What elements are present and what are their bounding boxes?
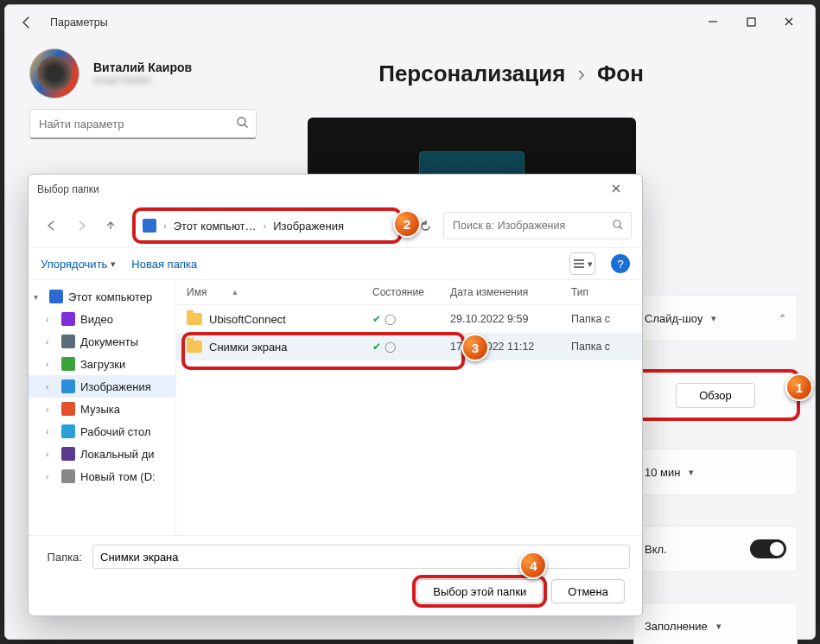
view-mode-button[interactable]: ▾ — [569, 252, 595, 275]
desktop-icon — [61, 424, 75, 438]
settings-window: Параметры Виталий Каиров email hidden Пе… — [4, 4, 816, 640]
interval-value: 10 мин — [645, 466, 680, 479]
search-input[interactable] — [37, 117, 236, 131]
chevron-down-icon: ▾ — [588, 258, 593, 270]
dialog-titlebar: Выбор папки — [29, 175, 642, 204]
browse-card-wrapper: Обзор 1 — [633, 372, 798, 418]
tree-item-video[interactable]: ›Видео — [29, 308, 175, 330]
nav-back-button[interactable] — [39, 213, 65, 239]
browse-card: Обзор — [633, 372, 798, 418]
documents-icon — [61, 335, 75, 348]
folder-tree[interactable]: ▾Этот компьютер ›Видео ›Документы ›Загру… — [29, 280, 176, 535]
toggle-switch[interactable] — [750, 539, 786, 558]
tree-item-desktop[interactable]: ›Рабочий стол — [29, 420, 175, 443]
tree-item-images[interactable]: ›Изображения — [29, 375, 175, 398]
mode-value: Слайд-шоу — [645, 312, 702, 325]
chevron-right-icon: › — [46, 405, 56, 414]
col-date[interactable]: Дата изменения — [450, 286, 571, 298]
browse-button[interactable]: Обзор — [676, 383, 755, 408]
music-icon — [61, 402, 75, 416]
nav-up-button[interactable] — [98, 213, 124, 239]
help-icon: ? — [617, 258, 623, 271]
dialog-close-button[interactable] — [599, 176, 633, 202]
window-close-button[interactable] — [770, 8, 808, 37]
chevron-right-icon: › — [46, 472, 56, 481]
tree-item-documents[interactable]: ›Документы — [29, 330, 175, 353]
file-list-header[interactable]: Имя▲ Состояние Дата изменения Тип — [176, 280, 642, 305]
chevron-right-icon: › — [46, 427, 56, 437]
tree-item-this-pc[interactable]: ▾Этот компьютер — [29, 285, 175, 308]
dialog-search-input[interactable] — [451, 219, 612, 233]
breadcrumb-section[interactable]: Персонализация — [378, 61, 565, 87]
images-icon — [61, 379, 75, 393]
close-icon — [784, 16, 794, 29]
tree-item-music[interactable]: ›Музыка — [29, 398, 175, 420]
organize-menu[interactable]: Упорядочить ▾ — [41, 258, 116, 271]
background-settings: Слайд-шоу ▾ ⌃ Обзор 1 10 мин ▾ Вкл. Запо… — [633, 295, 798, 644]
window-titlebar: Параметры — [5, 5, 815, 40]
back-button[interactable] — [12, 8, 41, 37]
help-button[interactable]: ? — [611, 254, 630, 273]
col-type[interactable]: Тип — [571, 286, 632, 298]
folder-picker-dialog: Выбор папки › Этот компьют… › Изображени… — [28, 174, 643, 616]
pc-icon — [143, 219, 156, 233]
drive-icon — [61, 447, 75, 461]
profile-block[interactable]: Виталий Каиров email hidden — [93, 61, 192, 86]
nav-forward-button[interactable] — [68, 213, 94, 239]
crumb-leaf[interactable]: Изображения — [273, 220, 344, 233]
col-state[interactable]: Состояние — [372, 286, 450, 298]
avatar[interactable] — [29, 48, 79, 99]
profile-name: Виталий Каиров — [93, 61, 192, 74]
callout-4: 4 — [519, 552, 547, 579]
chevron-right-icon: › — [46, 360, 56, 369]
chevron-up-icon[interactable]: ⌃ — [779, 313, 786, 324]
dialog-search[interactable] — [443, 212, 632, 239]
fit-dropdown[interactable]: Заполнение ▾ — [645, 620, 721, 633]
fit-value: Заполнение — [645, 620, 708, 633]
drive-icon — [61, 469, 75, 483]
mode-card: Слайд-шоу ▾ ⌃ — [633, 295, 798, 341]
file-row[interactable]: UbisoftConnect ✔ ◯ 29.10.2022 9:59 Папка… — [176, 305, 642, 333]
tree-item-downloads[interactable]: ›Загрузки — [29, 353, 175, 375]
file-list: Имя▲ Состояние Дата изменения Тип Ubisof… — [176, 280, 642, 535]
cancel-button[interactable]: Отмена — [551, 579, 625, 603]
folder-icon — [187, 313, 202, 325]
choose-folder-button[interactable]: Выбор этой папки — [416, 579, 543, 603]
toggle-card: Вкл. — [633, 526, 798, 572]
fit-card: Заполнение ▾ — [633, 603, 798, 644]
dialog-body: ▾Этот компьютер ›Видео ›Документы ›Загру… — [29, 280, 642, 535]
close-icon — [611, 183, 621, 196]
chevron-down-icon: ▾ — [34, 292, 44, 302]
window-maximize-button[interactable] — [732, 8, 770, 37]
tree-item-new-volume[interactable]: ›Новый том (D: — [29, 465, 175, 488]
dialog-button-row: Выбор этой папки 4 Отмена — [41, 579, 630, 603]
new-folder-button[interactable]: Новая папка — [131, 258, 197, 271]
chevron-down-icon: ▾ — [716, 621, 721, 632]
file-row[interactable]: Снимки экрана ✔ ◯ 17.12.2022 11:12 Папка… — [176, 333, 642, 360]
chevron-right-icon: › — [46, 382, 56, 392]
interval-card: 10 мин ▾ — [633, 449, 798, 495]
search-icon — [612, 219, 624, 233]
sort-asc-icon: ▲ — [231, 288, 238, 296]
svg-point-1 — [238, 118, 245, 125]
interval-dropdown[interactable]: 10 мин ▾ — [645, 466, 694, 479]
callout-1: 1 — [785, 373, 813, 401]
folder-icon — [187, 341, 202, 353]
col-name[interactable]: Имя — [187, 286, 207, 298]
breadcrumb: Персонализация › Фон — [378, 61, 644, 87]
sync-ok-icon: ✔ ◯ — [372, 313, 450, 325]
mode-dropdown[interactable]: Слайд-шоу ▾ — [645, 312, 716, 325]
arrow-left-icon — [20, 16, 34, 29]
chevron-down-icon: ▾ — [711, 313, 716, 324]
callout-2: 2 — [393, 210, 421, 238]
path-crumbs[interactable]: › Этот компьют… › Изображения — [132, 207, 402, 244]
folder-input[interactable] — [92, 545, 630, 569]
minimize-icon — [708, 16, 718, 29]
callout-3: 3 — [461, 334, 489, 361]
maximize-icon — [747, 16, 756, 29]
crumb-root[interactable]: Этот компьют… — [174, 220, 257, 233]
search-box[interactable] — [29, 109, 257, 139]
dialog-toolbar: Упорядочить ▾ Новая папка ▾ ? — [29, 247, 642, 280]
tree-item-local-disk[interactable]: ›Локальный ди — [29, 443, 175, 465]
window-minimize-button[interactable] — [694, 8, 732, 37]
